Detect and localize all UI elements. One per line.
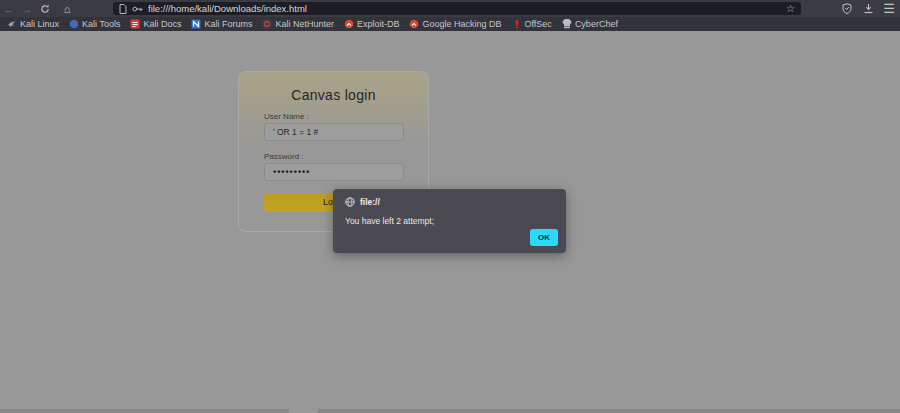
url-text: file:///home/kali/Downloads/index.html: [148, 3, 786, 14]
kali-tools-icon: [69, 19, 79, 29]
reload-icon[interactable]: [36, 1, 54, 16]
alert-origin: file://: [360, 197, 380, 207]
navigation-toolbar: ← → ⌂ file:///home/kali/Downloads/index.…: [0, 0, 900, 17]
bookmark-offsec[interactable]: OffSec: [509, 18, 559, 30]
bookmark-cyberchef[interactable]: CyberChef: [559, 18, 625, 30]
bookmark-kali-nethunter[interactable]: Kali NetHunter: [259, 18, 341, 30]
globe-icon: [345, 197, 355, 207]
username-input[interactable]: ' OR 1 = 1 #: [264, 123, 404, 141]
bookmark-kali-linux[interactable]: Kali Linux: [4, 18, 66, 30]
browser-window: ← → ⌂ file:///home/kali/Downloads/index.…: [0, 0, 900, 413]
back-icon[interactable]: ←: [0, 1, 18, 16]
page-viewport: Canvas login User Name : ' OR 1 = 1 # Pa…: [0, 31, 900, 413]
bookmark-star-icon[interactable]: ☆: [786, 4, 795, 14]
protections-shield-icon[interactable]: [840, 2, 854, 16]
username-label: User Name :: [264, 112, 428, 121]
bottom-edge-left: [0, 409, 289, 413]
cyberchef-chef-hat-icon: [562, 19, 572, 29]
bookmark-kali-forums[interactable]: Kali Forums: [188, 18, 259, 30]
kali-nethunter-icon: [262, 19, 272, 29]
offsec-icon: [512, 19, 522, 29]
bookmark-kali-docs[interactable]: Kali Docs: [127, 18, 188, 30]
password-input[interactable]: •••••••••: [264, 163, 404, 181]
kali-linux-dragon-icon: [7, 19, 17, 29]
page-icon: [119, 4, 127, 14]
url-bar[interactable]: file:///home/kali/Downloads/index.html ☆: [113, 2, 801, 15]
exploit-db-icon: [344, 19, 354, 29]
menu-icon[interactable]: ☰: [882, 2, 896, 16]
key-icon: [132, 5, 143, 13]
page-title: Canvas login: [239, 87, 428, 103]
bookmark-google-hacking-db[interactable]: Google Hacking DB: [406, 18, 508, 30]
bookmark-kali-tools[interactable]: Kali Tools: [66, 18, 127, 30]
forward-icon[interactable]: →: [18, 1, 36, 16]
alert-dialog: file:// You have left 2 attempt; OK: [333, 189, 566, 253]
home-icon[interactable]: ⌂: [58, 1, 76, 16]
bookmark-exploit-db[interactable]: Exploit-DB: [341, 18, 407, 30]
bookmarks-toolbar: Kali Linux Kali Tools Kali Docs Kali For…: [0, 17, 900, 31]
password-label: Password :: [264, 152, 428, 161]
bottom-edge-right: [318, 409, 900, 413]
downloads-icon[interactable]: [861, 2, 875, 16]
kali-docs-icon: [130, 19, 140, 29]
ok-button[interactable]: OK: [530, 229, 558, 246]
google-hacking-db-icon: [409, 19, 419, 29]
alert-message: You have left 2 attempt;: [345, 216, 558, 226]
kali-forums-icon: [191, 19, 201, 29]
